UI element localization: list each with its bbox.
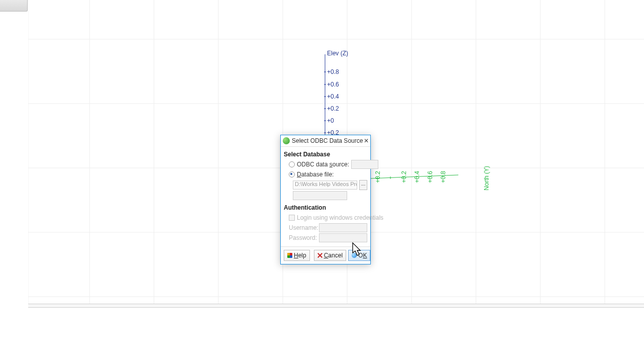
- axis-y-tick: +0.8: [440, 171, 447, 183]
- viewport-divider: [28, 304, 644, 308]
- axis-y-tick: +0.4: [414, 171, 421, 183]
- axis-y-label: North (Y): [483, 166, 490, 191]
- axis-y-tick: +0.6: [427, 171, 434, 183]
- axis-z-label: Elev (Z): [327, 50, 348, 57]
- axis-z-tick: +0: [327, 117, 334, 124]
- login-windows-row: Login using windows credentials: [289, 213, 367, 222]
- help-icon: [287, 253, 292, 258]
- axis-z-tick: +0.8: [327, 68, 339, 75]
- browse-button[interactable]: ...: [359, 180, 367, 190]
- radio-odbc-source-label: ODBC data source:: [297, 161, 349, 168]
- cancel-icon: [317, 253, 323, 258]
- help-button[interactable]: Help: [284, 250, 310, 261]
- password-row: Password:: [289, 233, 367, 242]
- database-driver-combo[interactable]: [293, 191, 347, 200]
- section-authentication: Authentication: [284, 204, 367, 211]
- dialog-titlebar[interactable]: Select ODBC Data Source ✕: [281, 135, 370, 147]
- radio-database-file[interactable]: [289, 171, 295, 177]
- odbc-source-combo[interactable]: [351, 160, 378, 169]
- odbc-dialog: Select ODBC Data Source ✕ Select Databas…: [280, 135, 371, 264]
- cancel-button-label: Cancel: [324, 252, 343, 259]
- close-icon[interactable]: ✕: [363, 136, 369, 145]
- password-label: Password:: [289, 234, 317, 241]
- ok-button[interactable]: OK: [348, 250, 370, 261]
- ok-button-label: OK: [358, 252, 367, 259]
- database-file-input[interactable]: D:\Works Help Videos Project: [293, 180, 357, 190]
- toolbar-stub[interactable]: [0, 0, 28, 12]
- cancel-button[interactable]: Cancel: [314, 250, 346, 261]
- axis-y-tick: +0.2: [374, 171, 381, 183]
- radio-database-file-row[interactable]: Database file:: [289, 170, 367, 179]
- username-row: Username:: [289, 223, 367, 232]
- ok-icon: [352, 253, 357, 258]
- username-input: [319, 223, 367, 232]
- help-button-label: Help: [294, 252, 306, 259]
- login-windows-checkbox: [289, 215, 295, 221]
- radio-odbc-source-row[interactable]: ODBC data source:: [289, 160, 367, 169]
- axis-z-tick: +0.6: [327, 81, 339, 88]
- radio-odbc-source[interactable]: [289, 161, 295, 167]
- axis-z-tick: +0.2: [327, 105, 339, 112]
- axis-y-tick: +0.2: [400, 171, 408, 183]
- app-icon: [283, 137, 290, 144]
- radio-database-file-label: Database file:: [297, 171, 334, 178]
- login-windows-label: Login using windows credentials: [297, 214, 383, 221]
- section-select-database: Select Database: [284, 151, 367, 158]
- password-input: [319, 233, 367, 242]
- dialog-title: Select ODBC Data Source: [292, 137, 363, 144]
- username-label: Username:: [289, 224, 317, 231]
- axis-z-tick: +0.4: [327, 93, 339, 100]
